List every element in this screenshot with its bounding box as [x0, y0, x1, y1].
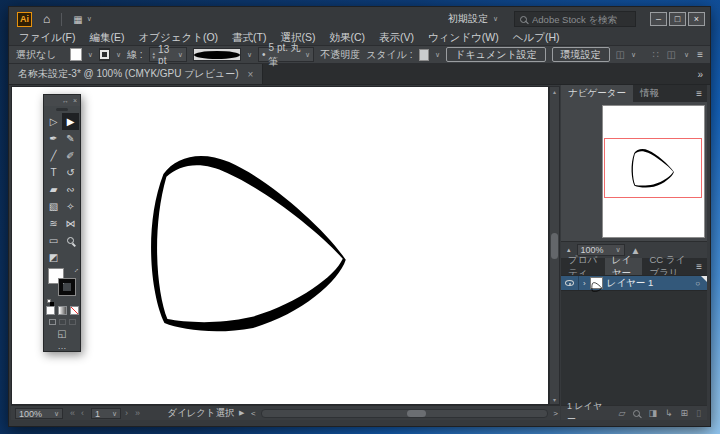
- menu-icon[interactable]: ≡: [697, 49, 703, 60]
- chevron-down-icon[interactable]: ∨: [116, 51, 121, 59]
- variable-width-profile-preview[interactable]: [193, 48, 241, 61]
- zoom-level-field[interactable]: 100% ∨: [15, 408, 63, 419]
- panel-menu-icon[interactable]: ≡: [696, 88, 707, 99]
- color-button[interactable]: [46, 306, 55, 315]
- stroke-color-swatch[interactable]: [99, 48, 110, 61]
- dots-grid-icon[interactable]: ∷: [652, 49, 658, 60]
- document-tab[interactable]: 名称未設定-3* @ 100% (CMYK/GPU プレビュー) ×: [9, 64, 263, 84]
- menu-object[interactable]: オブジェクト(O): [138, 31, 218, 45]
- type-tool[interactable]: T: [45, 164, 62, 181]
- direct-selection-tool[interactable]: ▶: [62, 113, 79, 130]
- delete-layer-icon[interactable]: ▯: [696, 408, 701, 418]
- menu-effect[interactable]: 効果(C): [329, 31, 365, 45]
- menu-window[interactable]: ウィンドウ(W): [428, 31, 499, 45]
- view-proxy-rect[interactable]: [604, 138, 702, 198]
- chevron-down-icon[interactable]: ∨: [178, 51, 183, 59]
- scroll-down-icon[interactable]: ▾: [550, 396, 559, 403]
- vertical-scrollbar-thumb[interactable]: [551, 233, 558, 259]
- close-button[interactable]: ×: [688, 12, 705, 26]
- fill-color-swatch[interactable]: [70, 48, 81, 61]
- draw-behind-mode[interactable]: [59, 319, 66, 325]
- menu-edit[interactable]: 編集(E): [89, 31, 124, 45]
- horizontal-scrollbar-thumb[interactable]: [407, 410, 426, 417]
- menu-type[interactable]: 書式(T): [232, 31, 266, 45]
- new-sublayer-icon[interactable]: ↳: [665, 408, 673, 418]
- stroke-width-field[interactable]: ▴▾ 13 pt ∨: [149, 47, 187, 62]
- minimize-button[interactable]: –: [650, 12, 667, 26]
- scroll-up-icon[interactable]: ▴: [550, 88, 559, 95]
- layer-target-icon[interactable]: ○: [695, 279, 700, 288]
- menu-file[interactable]: ファイル(F): [19, 31, 75, 45]
- scroll-right-icon[interactable]: >: [553, 406, 558, 420]
- shape-builder-tool[interactable]: ◩: [45, 249, 62, 266]
- locate-object-icon[interactable]: [633, 410, 640, 417]
- close-panel-icon[interactable]: ×: [73, 97, 77, 104]
- artboard-canvas[interactable]: [11, 86, 549, 405]
- collapse-panels-icon[interactable]: »: [697, 69, 703, 80]
- expand-layer-icon[interactable]: ›: [583, 279, 586, 288]
- dock-panel-icon[interactable]: ◫: [616, 49, 625, 60]
- layer-name[interactable]: レイヤー 1: [607, 277, 691, 290]
- last-artboard-icon[interactable]: »: [135, 406, 140, 420]
- tab-properties[interactable]: プロパティ: [561, 258, 605, 275]
- search-input[interactable]: [532, 14, 630, 25]
- gradient-button[interactable]: [58, 306, 67, 315]
- first-artboard-icon[interactable]: «: [70, 406, 75, 420]
- zoom-tool[interactable]: [62, 232, 79, 249]
- tab-navigator[interactable]: ナビゲーター: [561, 85, 633, 102]
- layers-empty-area[interactable]: [561, 291, 707, 405]
- workspace-switcher-button[interactable]: 初期設定 ∨: [448, 12, 498, 26]
- shaper-tool[interactable]: ✎: [62, 130, 79, 147]
- eyedropper-tool[interactable]: ✧: [62, 198, 79, 215]
- stock-search-box[interactable]: [514, 11, 636, 27]
- home-icon[interactable]: ⌂: [43, 12, 50, 26]
- layer-thumbnail[interactable]: [590, 277, 603, 289]
- default-fill-stroke-icon[interactable]: [47, 299, 51, 303]
- draw-inside-mode[interactable]: [69, 319, 76, 325]
- draw-normal-mode[interactable]: [49, 319, 56, 325]
- chevron-down-icon[interactable]: ∨: [54, 410, 59, 418]
- artboard-tool[interactable]: ▭: [45, 232, 62, 249]
- panel-menu-icon[interactable]: ≡: [696, 261, 707, 272]
- screen-mode-icon[interactable]: ◱: [57, 328, 66, 339]
- artboard-number-field[interactable]: 1 ∨: [91, 408, 121, 419]
- paintbrush-tool[interactable]: ✐: [62, 147, 79, 164]
- chevron-down-icon[interactable]: ∨: [305, 51, 310, 59]
- new-layer-icon[interactable]: ⊞: [681, 408, 689, 418]
- document-setup-button[interactable]: ドキュメント設定: [446, 47, 545, 62]
- pen-tool[interactable]: ✒: [45, 130, 62, 147]
- collect-for-export-icon[interactable]: ▱: [619, 408, 626, 418]
- make-clipping-mask-icon[interactable]: ◨: [648, 408, 657, 418]
- edit-toolbar-more-icon[interactable]: …: [58, 341, 67, 351]
- tab-cc-libraries[interactable]: CC ライブラリ: [642, 258, 696, 275]
- lasso-tool[interactable]: ∾: [62, 181, 79, 198]
- rotate-tool[interactable]: ↺: [62, 164, 79, 181]
- stroke-swatch[interactable]: [59, 279, 75, 295]
- width-tool[interactable]: ⋈: [62, 215, 79, 232]
- status-options-icon[interactable]: ▶: [239, 406, 244, 420]
- gradient-tool[interactable]: ▧: [45, 198, 62, 215]
- prev-artboard-icon[interactable]: ‹: [81, 406, 84, 420]
- chevron-down-icon[interactable]: ∨: [247, 51, 252, 59]
- swap-fill-stroke-icon[interactable]: ↔: [71, 265, 81, 275]
- symbol-sprayer-tool[interactable]: ≋: [45, 215, 62, 232]
- expand-panel-icon[interactable]: ↔: [62, 97, 69, 104]
- chevron-down-icon[interactable]: ∨: [88, 51, 93, 59]
- brush-definition-combo[interactable]: • 5 pt. 丸筆 ∨: [258, 47, 314, 62]
- style-swatch[interactable]: [419, 49, 429, 61]
- menu-view[interactable]: 表示(V): [379, 31, 414, 45]
- arrange-documents-button[interactable]: ▦ ∨: [73, 14, 92, 25]
- tab-layers[interactable]: レイヤー: [605, 258, 643, 275]
- vertical-scrollbar[interactable]: ▴ ▾: [549, 86, 560, 405]
- selection-tool[interactable]: ▷: [45, 113, 62, 130]
- chevron-down-icon[interactable]: ∨: [435, 51, 440, 59]
- horizontal-scrollbar[interactable]: [261, 409, 548, 418]
- dock-panel-icon[interactable]: ◫: [667, 49, 676, 60]
- tab-info[interactable]: 情報: [633, 85, 666, 102]
- tools-panel-header[interactable]: ↔ ×: [44, 95, 80, 106]
- tab-close-icon[interactable]: ×: [248, 69, 254, 80]
- scroll-left-icon[interactable]: <: [251, 406, 256, 420]
- visibility-eye-icon[interactable]: [565, 280, 574, 286]
- preferences-button[interactable]: 環境設定: [552, 47, 610, 62]
- chevron-down-icon[interactable]: ∨: [631, 51, 636, 59]
